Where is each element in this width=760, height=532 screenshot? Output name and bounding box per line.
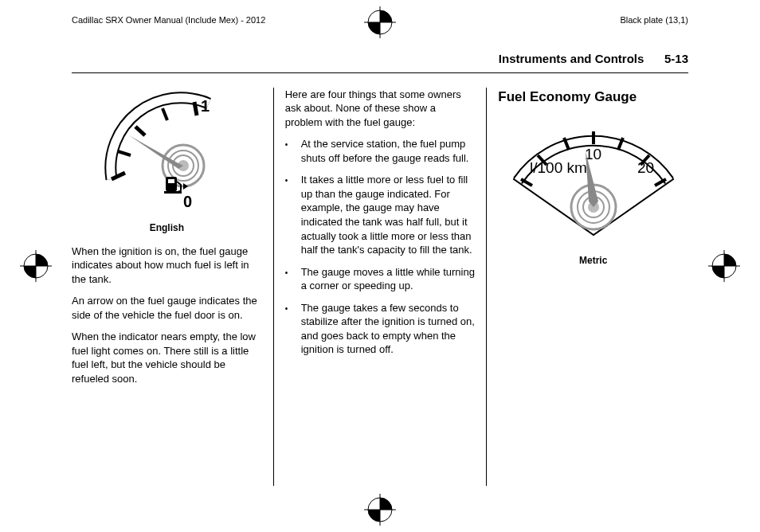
list-item: •The gauge moves a little while turning … xyxy=(285,265,476,293)
bullet-icon: • xyxy=(285,265,301,293)
svg-line-14 xyxy=(135,127,145,135)
column-divider xyxy=(486,88,487,486)
fuel-economy-heading: Fuel Economy Gauge xyxy=(498,88,688,107)
svg-text:l/100 km: l/100 km xyxy=(530,159,587,176)
section-title: Instruments and Controls xyxy=(499,52,644,65)
fuel-gauge-caption: English xyxy=(72,221,262,235)
column-3: Fuel Economy Gauge l/100 km xyxy=(498,88,688,486)
fuel-gauge-icon: 1 0 xyxy=(97,88,237,211)
crop-mark-right xyxy=(708,250,740,282)
body-text: When the ignition is on, the fuel gauge … xyxy=(72,244,262,287)
bullet-icon: • xyxy=(285,301,301,357)
economy-gauge-caption: Metric xyxy=(498,254,688,268)
list-item: •The gauge takes a few seconds to stabil… xyxy=(285,301,476,357)
bullet-icon: • xyxy=(285,173,301,256)
svg-text:1: 1 xyxy=(201,97,210,115)
page-number: 5-13 xyxy=(664,52,688,65)
column-1: 1 0 English When the ignition is on, the… xyxy=(72,88,262,486)
svg-rect-23 xyxy=(168,179,174,183)
list-item: •At the service station, the fuel pump s… xyxy=(285,137,476,165)
svg-rect-22 xyxy=(166,177,177,191)
column-divider xyxy=(273,88,274,486)
svg-line-13 xyxy=(118,151,131,155)
bullet-list: •At the service station, the fuel pump s… xyxy=(285,137,476,357)
bullet-icon: • xyxy=(285,137,301,165)
section-header: Instruments and Controls 5-13 xyxy=(72,50,688,72)
body-text: An arrow on the fuel gauge indicates the… xyxy=(72,294,262,322)
body-text: Here are four things that some owners as… xyxy=(285,88,476,130)
header-right: Black plate (13,1) xyxy=(620,14,688,26)
crop-mark-top xyxy=(364,6,396,38)
svg-text:0: 0 xyxy=(183,193,192,210)
list-item: •It takes a little more or less fuel to … xyxy=(285,173,476,256)
svg-line-15 xyxy=(163,108,167,120)
svg-text:20: 20 xyxy=(637,159,654,176)
svg-marker-25 xyxy=(183,183,188,190)
economy-gauge-figure: l/100 km 10 20 Metric xyxy=(498,115,688,267)
svg-line-16 xyxy=(194,102,197,115)
economy-gauge-icon: l/100 km 10 20 xyxy=(502,115,685,243)
crop-mark-left xyxy=(20,250,52,282)
column-2: Here are four things that some owners as… xyxy=(285,88,476,486)
body-text: When the indicator nears empty, the low … xyxy=(72,330,262,385)
header-left: Cadillac SRX Owner Manual (Include Mex) … xyxy=(72,14,265,26)
crop-mark-bottom xyxy=(364,494,396,526)
fuel-gauge-figure: 1 0 English xyxy=(72,88,262,235)
